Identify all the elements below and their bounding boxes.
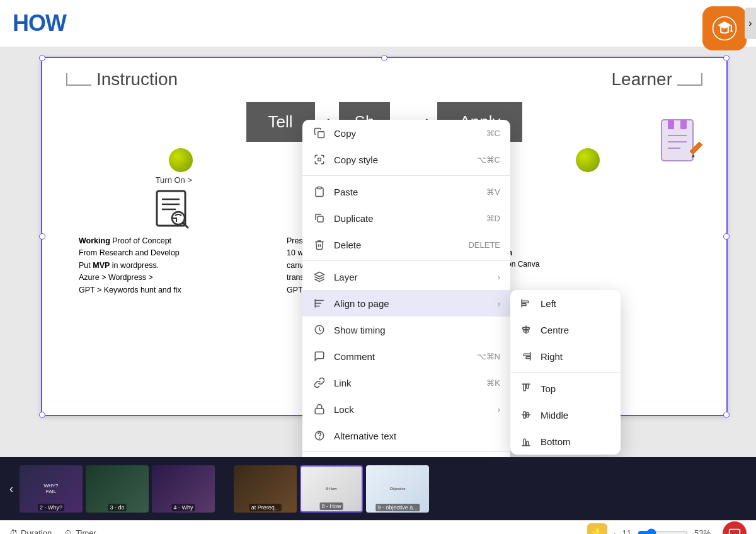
context-menu: Copy ⌘C Copy style ⌥⌘C Paste xyxy=(302,120,510,457)
slide-title-learner: Learner xyxy=(611,69,672,90)
bc3-l4: xific xyxy=(495,270,690,282)
thumbnails-left-arrow[interactable]: ‹ xyxy=(6,482,16,496)
bc1-l5: GPT > Keywords hunt and fix xyxy=(79,284,274,296)
thumbnail-2[interactable]: 3 - do xyxy=(86,465,149,513)
align-top-label: Top xyxy=(541,383,556,394)
align-chevron: › xyxy=(498,299,500,308)
copy-style-shortcut: ⌥⌘C xyxy=(477,155,500,165)
svg-rect-21 xyxy=(318,216,323,222)
menu-item-set-bg[interactable]: Set image as background xyxy=(302,455,510,457)
thumbnail-1[interactable]: WHY?FAIL 2 - Why? xyxy=(20,465,83,513)
sub-divider xyxy=(510,372,621,373)
align-middle-label: Middle xyxy=(541,410,568,421)
zoom-slider[interactable] xyxy=(638,528,688,535)
svg-rect-44 xyxy=(527,441,529,446)
comment-icon xyxy=(312,349,326,363)
thumbnails-bar: ‹ WHY?FAIL 2 - Why? 3 - do 4 - Why at Pr… xyxy=(0,457,756,520)
timer-label: Timer xyxy=(76,528,96,534)
menu-item-alt-text[interactable]: Alternative text xyxy=(302,422,510,449)
menu-item-layer[interactable]: Layer › xyxy=(302,264,510,290)
copy-icon xyxy=(312,126,326,140)
align-top-item[interactable]: Top xyxy=(510,375,621,402)
bc1-l2: From Research and Develop xyxy=(79,247,274,259)
align-left-icon xyxy=(520,296,534,310)
menu-item-copy[interactable]: Copy ⌘C xyxy=(302,120,510,146)
thumb-1-label: 2 - Why? xyxy=(38,504,64,511)
align-bottom-icon xyxy=(520,434,534,448)
app-icon[interactable] xyxy=(702,6,747,50)
align-centre-item[interactable]: Centre xyxy=(510,316,621,343)
right-toolbar-section: ⭐ · 11 53% xyxy=(587,521,747,535)
thumbnail-8[interactable]: 8-How 8 - How xyxy=(300,465,363,513)
svg-rect-20 xyxy=(318,187,321,189)
bc3-l1: nts xyxy=(495,235,690,247)
copy-shortcut: ⌘C xyxy=(486,129,500,138)
layer-label: Layer xyxy=(334,272,358,282)
right-title-area: Learner xyxy=(611,69,702,90)
duration-icon: ⏱ xyxy=(9,528,18,534)
thumb-8-label: 8 - How xyxy=(319,502,343,510)
menu-item-align[interactable]: Align to page › Left xyxy=(302,290,510,316)
menu-item-link[interactable]: Link ⌘K xyxy=(302,369,510,396)
delete-shortcut: DELETE xyxy=(468,240,500,250)
menu-item-copy-style[interactable]: Copy style ⌥⌘C xyxy=(302,146,510,173)
svg-rect-29 xyxy=(522,304,526,306)
bc1-l3: Put MVP in wordpress. xyxy=(79,260,274,272)
header: HOW xyxy=(0,0,756,47)
align-left-item[interactable]: Left xyxy=(510,290,621,316)
tennis-ball-3 xyxy=(576,148,600,172)
bc3-l3: ate on Canva xyxy=(495,258,690,270)
slide-title-instruction: Instruction xyxy=(96,69,178,90)
slide-number-display: 11 xyxy=(622,528,631,534)
slide-title-row: Instruction Learner xyxy=(41,57,728,96)
thumb-3-label: 4 - Why xyxy=(171,504,195,511)
delete-label: Delete xyxy=(334,240,361,250)
bookmark-button[interactable]: ⭐ xyxy=(587,523,607,535)
menu-item-comment[interactable]: Comment ⌥⌘N xyxy=(302,343,510,369)
svg-rect-35 xyxy=(526,357,530,359)
divider-3 xyxy=(302,451,510,452)
duplicate-label: Duplicate xyxy=(334,213,374,224)
align-right-label: Right xyxy=(541,351,563,362)
menu-item-paste[interactable]: Paste ⌘V xyxy=(302,178,510,205)
thumbnail-7[interactable]: at Prereq... xyxy=(234,465,297,513)
divider-1 xyxy=(302,175,510,176)
align-middle-item[interactable]: Middle xyxy=(510,402,621,428)
menu-item-lock[interactable]: Lock › xyxy=(302,396,510,422)
align-right-item[interactable]: Right xyxy=(510,343,621,369)
turn-on-section: Turn On > xyxy=(152,175,196,232)
align-bottom-label: Bottom xyxy=(541,436,571,447)
align-bottom-item[interactable]: Bottom xyxy=(510,428,621,455)
svg-rect-37 xyxy=(524,384,525,391)
thumbnail-9[interactable]: Objective 9 - objective a... xyxy=(366,465,429,513)
svg-rect-19 xyxy=(318,158,321,161)
left-title-area: Instruction xyxy=(66,69,178,90)
canvas-area: Instruction Learner Tell ➜ Sh ····· ➜ Ap… xyxy=(0,47,756,457)
deco-item xyxy=(658,117,702,170)
align-submenu: Left Centre xyxy=(510,290,621,455)
layer-icon xyxy=(312,270,326,284)
menu-item-delete[interactable]: Delete DELETE xyxy=(302,231,510,258)
bracket-vert-left xyxy=(66,73,67,84)
link-shortcut: ⌘K xyxy=(486,378,500,388)
notebook-pencil-icon xyxy=(658,117,702,167)
rdp-button[interactable] xyxy=(723,521,747,535)
timer-button[interactable]: ⏲ Timer xyxy=(64,528,96,534)
bracket-horiz-left xyxy=(66,84,91,86)
svg-rect-13 xyxy=(668,120,674,129)
duration-label: Duration xyxy=(21,528,52,534)
bc3-l2: blish xyxy=(495,247,690,259)
menu-item-duplicate[interactable]: Duplicate ⌘D xyxy=(302,205,510,231)
bracket-horiz-right xyxy=(677,84,702,86)
menu-item-show-timing[interactable]: Show timing xyxy=(302,316,510,343)
align-centre-icon xyxy=(520,323,534,337)
align-left-label: Left xyxy=(541,298,556,309)
right-edge-button[interactable]: › xyxy=(745,8,756,39)
link-label: Link xyxy=(334,378,352,388)
timer-icon: ⏲ xyxy=(64,528,72,534)
svg-marker-22 xyxy=(315,272,324,277)
svg-rect-12 xyxy=(662,120,693,161)
slide-number: · xyxy=(614,528,616,534)
thumbnail-3[interactable]: 4 - Why xyxy=(152,465,215,513)
duration-button[interactable]: ⏱ Duration xyxy=(9,528,52,534)
